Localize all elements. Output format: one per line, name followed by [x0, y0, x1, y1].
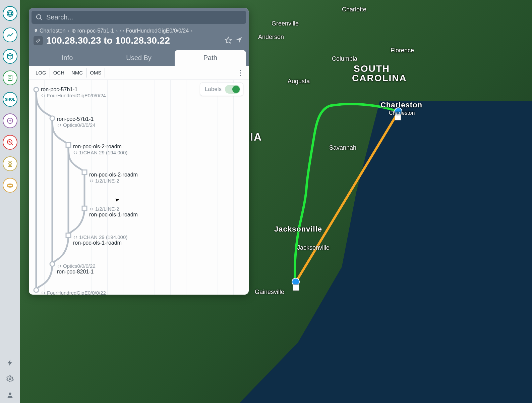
- locate-icon[interactable]: [235, 36, 243, 45]
- subtab-oms[interactable]: OMS: [86, 68, 105, 78]
- svg-rect-22: [66, 143, 71, 147]
- sidebar-bolt-icon[interactable]: [4, 357, 16, 369]
- sidebar-doc-icon[interactable]: [3, 70, 17, 85]
- svg-point-1: [7, 12, 13, 15]
- port-icon: [73, 150, 78, 155]
- path-tree-svg: [29, 80, 249, 295]
- svg-rect-23: [82, 170, 87, 175]
- svg-point-26: [50, 262, 55, 266]
- link-icon: [34, 36, 43, 45]
- pin-icon: [34, 29, 38, 33]
- panel-header: Charleston › ron-poc-57b1-1 › FourHundre…: [29, 8, 249, 66]
- sidebar-globe-icon[interactable]: [3, 6, 17, 21]
- sidebar-hourglass-icon[interactable]: [3, 156, 17, 171]
- crumb-location[interactable]: Charleston: [34, 28, 65, 34]
- path-node-5[interactable]: ron-poc-ols-1-roadm 1/CHAN 29 (194.000): [73, 234, 127, 246]
- title-row: 100.28.30.23 to 100.28.30.22: [32, 35, 246, 50]
- port-icon: [57, 264, 62, 268]
- svg-point-27: [34, 288, 39, 293]
- svg-marker-19: [225, 37, 231, 43]
- crumb-device[interactable]: ron-poc-57b1-1: [71, 28, 114, 34]
- map-label-florence: Florence: [391, 47, 414, 54]
- svg-point-16: [9, 393, 11, 395]
- port-icon: [89, 179, 94, 183]
- port-icon: [73, 235, 78, 240]
- path-node-7[interactable]: ron-poc-8201-1 FourHundredGigE0/0/0/22: [41, 290, 106, 295]
- subtab-nmc[interactable]: NMC: [68, 68, 86, 78]
- path-node-4[interactable]: ron-poc-ols-1-roadm 1/2/LINE-2: [89, 206, 138, 218]
- crumb-port[interactable]: FourHundredGigE0/0/0/24: [120, 28, 189, 34]
- sidebar-chart-icon[interactable]: [3, 28, 17, 42]
- sidebar-user-icon[interactable]: [4, 389, 16, 401]
- crumb-port-text: FourHundredGigE0/0/0/24: [126, 28, 189, 34]
- map-label-anderson: Anderson: [258, 34, 284, 41]
- sidebar-cube-icon[interactable]: [3, 49, 17, 64]
- svg-rect-25: [66, 233, 71, 238]
- detail-panel: Charleston › ron-poc-57b1-1 › FourHundre…: [29, 8, 249, 295]
- map-label-ia-partial: IA: [250, 131, 262, 143]
- sidebar-router-icon[interactable]: [3, 178, 17, 193]
- tab-info[interactable]: Info: [32, 50, 103, 66]
- map-label-charleston-big: Charleston: [380, 101, 422, 109]
- crumb-location-text: Charleston: [40, 28, 65, 34]
- svg-line-10: [11, 144, 13, 145]
- labels-toggle-text: Labels: [205, 86, 222, 93]
- search-icon: [36, 14, 43, 21]
- svg-point-15: [9, 378, 11, 380]
- map-label-augusta: Augusta: [288, 78, 310, 85]
- path-node-1[interactable]: ron-poc-57b1-1 Optics0/0/0/24: [57, 116, 96, 128]
- path-node-3[interactable]: ron-poc-ols-2-roadm 1/2/LINE-2: [89, 172, 138, 184]
- search-bar[interactable]: [32, 11, 246, 24]
- map-label-columbia: Columbia: [332, 55, 357, 62]
- cursor-icon: ➤: [114, 196, 120, 204]
- port-icon: [89, 207, 94, 211]
- subtab-log[interactable]: LOG: [32, 68, 50, 78]
- chevron-right-icon: ›: [191, 28, 192, 34]
- port-icon: [41, 93, 46, 98]
- map-label-charlotte: Charlotte: [342, 6, 366, 13]
- svg-point-18: [73, 30, 74, 32]
- crumb-device-text: ron-poc-57b1-1: [77, 28, 114, 34]
- map-label-charleston-small: Charleston: [389, 110, 415, 116]
- svg-point-2: [9, 10, 11, 16]
- subtabs: LOG OCH NMC OMS ⋮: [29, 66, 249, 80]
- sidebar-add-icon[interactable]: [3, 113, 17, 128]
- path-node-0[interactable]: ron-poc-57b1-1 FourHundredGigE0/0/0/24: [41, 87, 106, 98]
- svg-point-21: [50, 116, 55, 121]
- page-title: 100.28.30.23 to 100.28.30.22: [46, 35, 221, 46]
- tab-used-by[interactable]: Used By: [103, 50, 174, 66]
- star-icon[interactable]: [225, 36, 232, 45]
- subtab-och[interactable]: OCH: [50, 68, 68, 78]
- path-node-6[interactable]: ron-poc-8201-1 Optics0/0/0/22: [57, 263, 96, 275]
- path-body: Labels: [29, 80, 249, 295]
- sidebar-settings-icon[interactable]: [4, 373, 16, 385]
- port-icon: [41, 291, 46, 295]
- search-input[interactable]: [46, 13, 242, 21]
- map-label-jacksonville-small: Jacksonville: [297, 244, 330, 251]
- sidebar: SHQL: [0, 0, 20, 403]
- svg-rect-24: [82, 206, 87, 211]
- map-label-greenville: Greenville: [272, 20, 299, 27]
- svg-point-0: [7, 10, 13, 16]
- chevron-right-icon: ›: [116, 28, 118, 34]
- svg-point-17: [72, 29, 75, 32]
- map-label-jacksonville-big: Jacksonville: [274, 225, 322, 234]
- map-label-gainesville: Gainesville: [255, 289, 284, 296]
- map-label-savannah: Savannah: [329, 144, 356, 151]
- chevron-right-icon: ›: [67, 28, 69, 34]
- tabs: Info Used By Path: [32, 50, 246, 66]
- labels-toggle: Labels: [200, 83, 243, 96]
- path-node-2[interactable]: ron-poc-ols-2-roadm 1/CHAN 29 (194.000): [73, 144, 127, 155]
- sidebar-pulse-search-icon[interactable]: [3, 135, 17, 150]
- map-label-sc2: CAROLINA: [352, 73, 407, 84]
- labels-switch[interactable]: [225, 85, 240, 94]
- tab-path[interactable]: Path: [175, 50, 246, 66]
- svg-point-20: [34, 87, 39, 92]
- sidebar-shql-icon[interactable]: SHQL: [3, 92, 17, 107]
- breadcrumb: Charleston › ron-poc-57b1-1 › FourHundre…: [32, 27, 246, 35]
- device-icon: [71, 29, 76, 33]
- more-icon[interactable]: ⋮: [235, 68, 245, 77]
- port-icon: [120, 29, 124, 33]
- port-icon: [57, 123, 62, 128]
